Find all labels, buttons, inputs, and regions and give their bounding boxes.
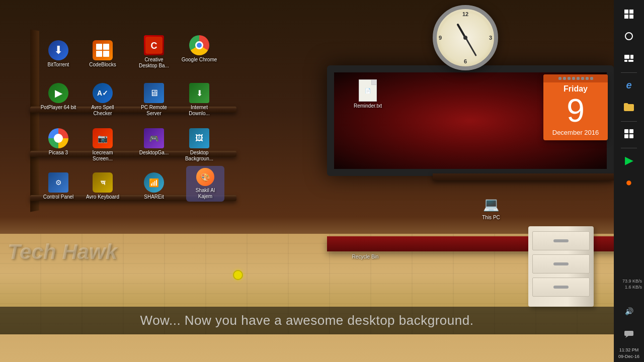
right-sidebar: e ▶ ● 73.9 KB/s 1.6 KB/s <box>614 0 644 362</box>
icon-creativedesktop[interactable]: C Creative Desktop Ba... <box>136 35 172 69</box>
calendar-top-strip <box>543 74 608 82</box>
sidebar-notification-icon[interactable]: ● <box>619 172 639 193</box>
svg-rect-12 <box>630 55 633 59</box>
icon-desktopgames[interactable]: 🎮 DesktopGa... <box>136 128 172 156</box>
icon-pcremote[interactable]: 🖥 PC Remote Server <box>136 83 172 117</box>
clock-face: 12 3 6 9 <box>433 5 498 70</box>
clock-container: 12 3 6 9 <box>433 5 498 70</box>
svg-rect-6 <box>624 10 628 14</box>
icon-desktopbg[interactable]: 🖼 Desktop Backgroun... <box>181 128 217 162</box>
sidebar-search-icon[interactable] <box>619 26 639 46</box>
taskbar-date: 09-Dec-16 <box>618 354 639 360</box>
sidebar-windows-icon[interactable] <box>619 4 639 24</box>
sidebar-divider-1 <box>621 72 637 73</box>
sidebar-sound-icon[interactable]: 🔊 <box>619 301 639 321</box>
sidebar-chat-icon[interactable] <box>619 324 639 344</box>
svg-rect-3 <box>103 51 109 57</box>
cabinet-drawer-2 <box>532 254 590 274</box>
svg-point-10 <box>625 33 632 40</box>
icon-codeblocks[interactable]: CodeBlocks <box>85 40 121 68</box>
svg-rect-1 <box>103 44 109 50</box>
drawer-handle-3 <box>553 286 569 289</box>
svg-rect-15 <box>624 129 628 133</box>
clock-num-3: 3 <box>489 35 492 41</box>
icon-internetdownload[interactable]: ⬇ Internet Downlo... <box>181 83 217 117</box>
clock-num-6: 6 <box>464 58 467 64</box>
sidebar-folder-icon[interactable] <box>619 97 639 117</box>
clock-center <box>463 36 467 40</box>
svg-rect-18 <box>629 134 633 138</box>
calendar-strip-dots <box>558 77 593 80</box>
clock-num-12: 12 <box>462 11 468 17</box>
taskbar-area: 🔊 11:32 PM 09-Dec-16 <box>614 301 644 362</box>
svg-marker-20 <box>625 336 628 338</box>
icon-avrokeyboard[interactable]: অ Avro Keyboard <box>85 172 121 200</box>
icon-controlpanel[interactable]: ⚙ Control Panel <box>40 172 76 200</box>
icon-avrospell[interactable]: A✓ Avro Spell Checker <box>85 83 121 117</box>
sidebar-play-icon[interactable]: ▶ <box>619 150 639 170</box>
svg-rect-9 <box>629 15 633 19</box>
svg-rect-0 <box>96 44 102 50</box>
network-speed-widget: 73.9 KB/s 1.6 KB/s <box>614 277 644 292</box>
sidebar-divider-3 <box>621 148 637 148</box>
calendar-widget: Friday 9 December 2016 <box>543 74 608 140</box>
sidebar-store-icon[interactable] <box>619 124 639 144</box>
subtitle-bar: Wow... Now you have a awesome desktop ba… <box>0 307 614 334</box>
icon-shareit[interactable]: 📶 SHAREit <box>136 172 172 200</box>
sidebar-ie-icon[interactable]: e <box>619 75 639 95</box>
svg-rect-2 <box>96 51 102 57</box>
svg-text:C: C <box>151 41 157 51</box>
subtitle-text: Wow... Now you have a awesome desktop ba… <box>140 313 474 328</box>
clock-minute-hand <box>465 37 477 56</box>
cursor-indicator <box>233 270 243 280</box>
drawer-handle-1 <box>553 239 569 242</box>
icon-potplayer[interactable]: ▶ PotPlayer 64 bit <box>40 83 76 111</box>
icon-googlechrome[interactable]: Google Chrome <box>181 35 217 63</box>
cabinet-drawer-3 <box>532 278 590 297</box>
icon-icecream[interactable]: 📷 Icecream Screen... <box>85 128 121 162</box>
svg-rect-14 <box>628 60 633 62</box>
calendar-date: 9 <box>543 95 608 129</box>
taskbar-time: 11:32 PM <box>619 347 639 353</box>
icon-bittorrent[interactable]: ⬇ BitTorrent <box>40 40 76 68</box>
drawer-handle-2 <box>553 262 569 265</box>
icon-shakilaj[interactable]: 🎨 Shakil Al Kajem <box>186 166 224 202</box>
svg-rect-17 <box>624 134 628 138</box>
sidebar-divider-2 <box>621 121 637 122</box>
sidebar-taskview-icon[interactable] <box>619 48 639 68</box>
calendar-month-year: December 2016 <box>543 129 608 140</box>
icon-picasa[interactable]: Picasa 3 <box>40 128 76 156</box>
svg-rect-19 <box>624 331 633 336</box>
icon-reminder[interactable]: 📄 Reminder.txt <box>350 79 386 109</box>
svg-rect-16 <box>629 129 633 133</box>
svg-rect-11 <box>624 55 629 59</box>
filing-cabinet <box>528 226 594 307</box>
cabinet-drawer-1 <box>532 231 590 250</box>
upload-speed: 73.9 KB/s 1.6 KB/s <box>616 279 642 290</box>
svg-rect-8 <box>624 15 628 19</box>
desktop: ⬇ BitTorrent CodeBlocks C Creative Deskt… <box>0 0 644 362</box>
svg-rect-7 <box>629 10 633 14</box>
svg-rect-13 <box>624 60 627 62</box>
monitor-stand <box>433 173 614 180</box>
clock-num-9: 9 <box>439 35 442 41</box>
